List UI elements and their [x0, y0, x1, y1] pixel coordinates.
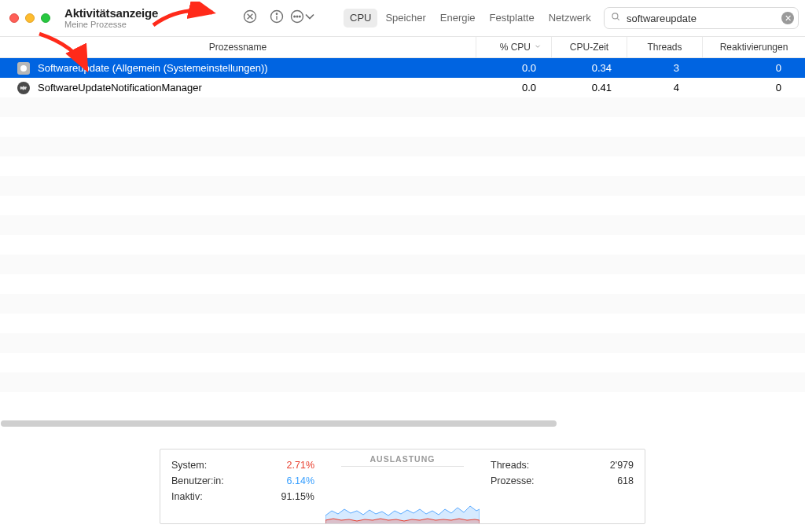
- x-icon: ✕: [785, 14, 792, 23]
- svg-point-5: [296, 16, 298, 17]
- cell-cpu: 0.0: [476, 82, 552, 94]
- tab-disk[interactable]: Festplatte: [483, 9, 541, 28]
- column-header-threads[interactable]: Threads: [627, 37, 703, 57]
- window-title-block: Aktivitätsanzeige Meine Prozesse: [64, 7, 175, 30]
- minimize-window-button[interactable]: [25, 13, 35, 23]
- threads-total-value: 2'979: [610, 460, 634, 471]
- resource-tabs: CPU Speicher Energie Festplatte Netzwerk: [343, 7, 598, 29]
- cell-react: 0: [703, 82, 805, 94]
- cell-time: 0.34: [552, 62, 627, 74]
- svg-point-6: [300, 16, 301, 17]
- summary-chart: AUSLASTUNG: [325, 449, 480, 523]
- idle-label: Inaktiv:: [171, 491, 203, 502]
- tab-cpu[interactable]: CPU: [344, 9, 377, 28]
- column-header-react[interactable]: Reaktivierungen: [703, 37, 805, 57]
- summary-right: Threads: 2'979 Prozesse: 618: [480, 449, 645, 523]
- system-value: 2.71%: [287, 460, 314, 471]
- scrollbar-thumb[interactable]: [1, 420, 557, 427]
- processes-total-value: 618: [617, 475, 634, 486]
- info-button[interactable]: [266, 7, 288, 29]
- process-table: Softwareupdate (Allgemein (Systemeinstel…: [0, 58, 805, 427]
- process-name: SoftwareUpdateNotificationManager: [38, 82, 202, 94]
- table-row[interactable]: SoftwareUpdateNotificationManager 0.0 0.…: [0, 78, 805, 97]
- column-header-cpu[interactable]: % CPU: [476, 37, 552, 57]
- tab-memory[interactable]: Speicher: [379, 9, 432, 28]
- search-icon: [610, 11, 621, 25]
- column-headers: Prozessname % CPU CPU-Zeit Threads Reakt…: [0, 36, 805, 58]
- sort-indicator-icon: [534, 42, 542, 53]
- tab-network[interactable]: Netzwerk: [542, 9, 597, 28]
- toolbar: Aktivitätsanzeige Meine Prozesse: [0, 0, 805, 36]
- stop-process-button[interactable]: [239, 7, 261, 29]
- threads-total-label: Threads:: [491, 460, 529, 471]
- user-label: Benutzer:in:: [171, 475, 224, 486]
- user-value: 6.14%: [287, 475, 314, 486]
- svg-point-7: [612, 13, 618, 19]
- cpu-summary-panel-wrap: System: 2.71% Benutzer:in: 6.14% Inaktiv…: [0, 449, 805, 524]
- cpu-summary-panel: System: 2.71% Benutzer:in: 6.14% Inaktiv…: [160, 449, 645, 524]
- idle-value: 91.15%: [281, 491, 314, 502]
- close-window-button[interactable]: [9, 13, 19, 23]
- window-title: Aktivitätsanzeige: [64, 7, 175, 20]
- column-header-time[interactable]: CPU-Zeit: [552, 37, 627, 57]
- table-row[interactable]: Softwareupdate (Allgemein (Systemeinstel…: [0, 58, 805, 78]
- horizontal-scrollbar[interactable]: [0, 420, 805, 427]
- cell-cpu: 0.0: [476, 62, 552, 74]
- chevron-down-icon: [302, 9, 318, 28]
- cell-threads: 3: [627, 62, 703, 74]
- cell-time: 0.41: [552, 82, 627, 94]
- load-chart-title: AUSLASTUNG: [341, 454, 464, 467]
- column-header-cpu-label: % CPU: [500, 42, 531, 53]
- processes-total-label: Prozesse:: [491, 475, 535, 486]
- clear-search-button[interactable]: ✕: [781, 12, 794, 24]
- tab-energy[interactable]: Energie: [434, 9, 482, 28]
- stop-icon: [242, 9, 258, 28]
- search-input[interactable]: [604, 7, 799, 29]
- search-field-container: ✕: [604, 7, 799, 29]
- cell-react: 0: [703, 62, 805, 74]
- info-icon: [269, 9, 285, 28]
- process-icon: [17, 62, 30, 75]
- process-name: Softwareupdate (Allgemein (Systemeinstel…: [38, 62, 268, 74]
- svg-point-8: [20, 65, 27, 72]
- window-controls: [9, 13, 50, 23]
- cpu-load-chart-icon: [325, 487, 480, 523]
- process-icon: [17, 82, 30, 94]
- system-label: System:: [171, 460, 207, 471]
- zoom-window-button[interactable]: [41, 13, 50, 23]
- cell-threads: 4: [627, 82, 703, 94]
- window-subtitle: Meine Prozesse: [64, 20, 175, 29]
- empty-rows-background: [0, 97, 805, 412]
- more-actions-button[interactable]: [292, 7, 314, 29]
- summary-left: System: 2.71% Benutzer:in: 6.14% Inaktiv…: [160, 449, 325, 523]
- svg-point-2: [276, 13, 277, 14]
- svg-point-4: [294, 16, 296, 17]
- column-header-name[interactable]: Prozessname: [0, 37, 476, 57]
